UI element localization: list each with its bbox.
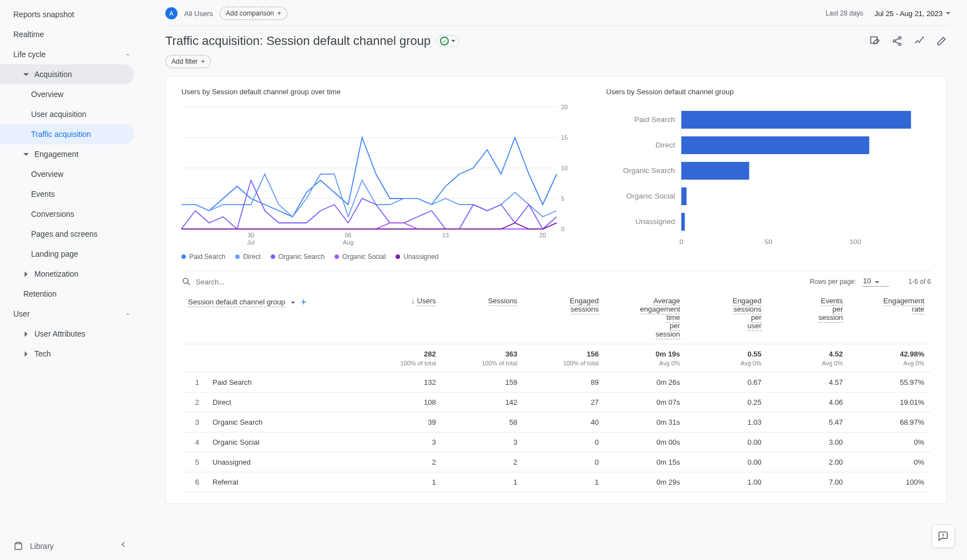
sidebar-item-acq-overview[interactable]: Overview [0, 84, 139, 104]
bar-chart: Users by Session default channel group P… [606, 88, 931, 261]
chevron-right-icon [25, 351, 28, 357]
svg-text:20: 20 [539, 232, 546, 238]
column-header[interactable]: Engagementrate [849, 291, 931, 344]
legend-item[interactable]: Unassigned [396, 253, 438, 261]
sidebar-item-acquisition[interactable]: Acquisition [0, 64, 134, 84]
main-content: A All Users Add comparison + Last 28 day… [139, 0, 967, 560]
sidebar-item-label: Tech [34, 349, 51, 358]
column-header[interactable]: Engagedsessionsperuser [687, 291, 768, 344]
svg-text:Direct: Direct [655, 141, 675, 149]
date-range-picker[interactable]: Jul 25 - Aug 21, 2023 [874, 9, 950, 18]
chevron-right-icon [25, 331, 28, 337]
customize-report-icon[interactable] [869, 35, 880, 47]
sidebar-item-monetization[interactable]: Monetization [0, 264, 139, 284]
legend-item[interactable]: Organic Search [271, 253, 325, 261]
sidebar-section-user[interactable]: User [0, 304, 139, 324]
svg-text:06: 06 [345, 232, 352, 238]
title-row: Traffic acquisition: Session default cha… [139, 26, 967, 53]
sidebar-item-traffic-acquisition[interactable]: Traffic acquisition [0, 124, 134, 144]
svg-text:0: 0 [561, 226, 564, 232]
svg-text:Unassigned: Unassigned [635, 218, 675, 226]
chevron-down-icon [946, 12, 950, 14]
feedback-button[interactable] [931, 525, 955, 548]
column-header[interactable]: Sessions [443, 291, 524, 344]
table-row[interactable]: 6Referral1110m 29s1.007.00100% [181, 472, 931, 492]
sidebar-section-label: Life cycle [13, 50, 45, 59]
svg-text:Aug: Aug [343, 239, 353, 246]
legend-dot-icon [235, 254, 240, 259]
svg-text:Organic Search: Organic Search [623, 167, 675, 175]
legend-label: Direct [243, 253, 260, 261]
sidebar-item-reports-snapshot[interactable]: Reports snapshot [0, 4, 139, 24]
svg-text:30: 30 [247, 232, 254, 238]
sidebar-item-realtime[interactable]: Realtime [0, 24, 139, 44]
svg-rect-23 [681, 111, 911, 129]
dimension-header[interactable]: Session default channel group [188, 298, 285, 307]
column-header[interactable]: ↓Users [361, 291, 443, 344]
audience-label: All Users [184, 9, 213, 18]
report-card: Users by Session default channel group o… [165, 76, 947, 504]
legend-label: Paid Search [189, 253, 225, 261]
sidebar-item-pages[interactable]: Pages and screens [0, 224, 139, 244]
table-row[interactable]: 2Direct108142270m 07s0.254.0619.01% [181, 393, 931, 413]
legend-dot-icon [335, 254, 339, 259]
legend-label: Organic Search [279, 253, 325, 261]
chevron-up-icon [124, 311, 130, 317]
sidebar-item-conversions[interactable]: Conversions [0, 204, 139, 224]
topbar: A All Users Add comparison + Last 28 day… [139, 0, 967, 26]
check-circle-icon: ✓ [440, 37, 449, 45]
sidebar-item-tech[interactable]: Tech [0, 344, 139, 364]
table-row[interactable]: 3Organic Search3958400m 31s1.035.4768.97… [181, 413, 931, 432]
svg-rect-27 [681, 162, 749, 180]
line-chart: Users by Session default channel group o… [181, 88, 579, 261]
svg-text:5: 5 [561, 195, 564, 202]
table-row[interactable]: 4Organic Social3300m 00s0.003.000% [181, 432, 931, 452]
sidebar-item-label: User Attributes [34, 329, 85, 338]
sidebar-item-eng-overview[interactable]: Overview [0, 164, 139, 184]
share-icon[interactable] [892, 35, 903, 47]
svg-text:20: 20 [561, 104, 568, 110]
sidebar-item-retention[interactable]: Retention [0, 284, 139, 304]
legend-item[interactable]: Organic Social [335, 253, 386, 261]
sidebar-collapse-button[interactable] [117, 538, 130, 551]
report-status-badge[interactable]: ✓ [436, 35, 459, 47]
svg-text:50: 50 [765, 238, 772, 245]
rows-per-page-label: Rows per page: [810, 278, 857, 286]
legend-item[interactable]: Paid Search [181, 253, 225, 261]
table-row[interactable]: 1Paid Search132159890m 26s0.674.5755.97% [181, 373, 931, 393]
edit-icon[interactable] [936, 35, 947, 47]
chevron-down-icon[interactable] [291, 302, 295, 304]
sidebar-item-landing[interactable]: Landing page [0, 244, 139, 264]
sidebar-item-user-acquisition[interactable]: User acquisition [0, 104, 139, 124]
line-chart-title: Users by Session default channel group o… [181, 88, 579, 96]
legend-label: Unassigned [403, 253, 438, 261]
sidebar-item-label: Library [30, 542, 54, 551]
column-header[interactable]: Engagedsessions [524, 291, 605, 344]
svg-rect-0 [15, 544, 22, 550]
sidebar-item-engagement[interactable]: Engagement [0, 144, 139, 164]
sidebar-item-user-attributes[interactable]: User Attributes [0, 324, 139, 344]
svg-text:100: 100 [849, 238, 861, 245]
bar-chart-title: Users by Session default channel group [606, 88, 931, 96]
legend-label: Organic Social [342, 253, 386, 261]
plus-icon: + [277, 9, 281, 17]
add-dimension-button[interactable]: + [301, 297, 307, 308]
table-search-input[interactable] [196, 278, 307, 286]
column-header[interactable]: Averageengagementtimepersession [605, 291, 687, 344]
column-header[interactable]: Eventspersession [768, 291, 850, 344]
rows-per-page-select[interactable]: 10 [862, 277, 890, 287]
table-row[interactable]: 5Unassigned2200m 15s0.002.000% [181, 452, 931, 472]
pagination-info: 1-6 of 6 [908, 278, 931, 286]
chevron-down-icon [875, 281, 879, 283]
date-range-text: Jul 25 - Aug 21, 2023 [874, 9, 943, 18]
add-comparison-button[interactable]: Add comparison + [220, 7, 287, 20]
sidebar-section-lifecycle[interactable]: Life cycle [0, 44, 139, 64]
table-controls: Rows per page: 10 1-6 of 6 [181, 271, 931, 287]
insights-icon[interactable] [914, 35, 925, 47]
legend-dot-icon [271, 254, 275, 259]
add-filter-button[interactable]: Add filter + [165, 55, 211, 68]
sidebar-item-events[interactable]: Events [0, 184, 139, 204]
legend-item[interactable]: Direct [235, 253, 260, 261]
legend-dot-icon [396, 254, 400, 259]
svg-text:Paid Search: Paid Search [634, 116, 675, 124]
